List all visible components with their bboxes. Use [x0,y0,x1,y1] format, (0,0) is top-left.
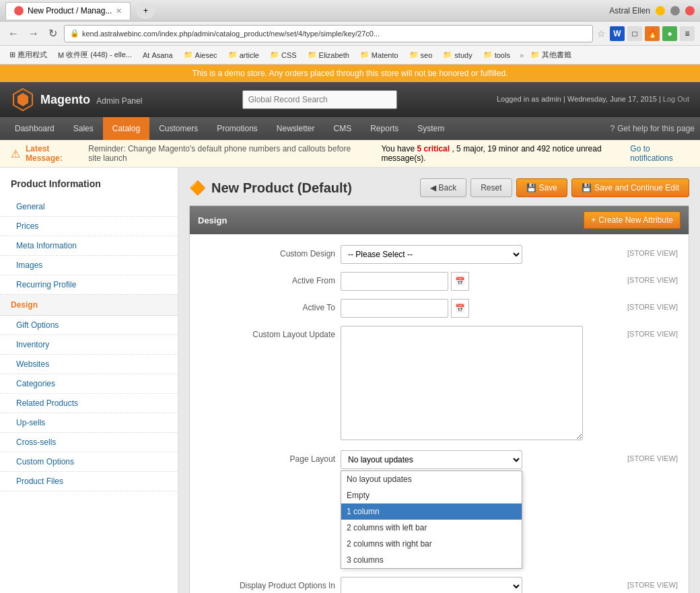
dropdown-option-3col[interactable]: 3 columns [341,552,522,568]
dropdown-option-no-layout[interactable]: No layout updates [341,471,522,487]
sidebar-item-design[interactable]: Design [0,295,178,316]
display-product-options-select[interactable] [341,577,522,593]
nav-help[interactable]: ? Get help for this page [610,124,695,133]
minimize-button[interactable] [656,6,665,15]
dropdown-option-empty[interactable]: Empty [341,487,522,503]
nav-icon-monitor[interactable]: □ [627,26,642,41]
bookmark-tools[interactable]: 📁 tools [479,49,514,61]
profile-name: Astral Ellen [609,6,650,15]
svg-marker-1 [18,93,28,106]
nav-icon-w[interactable]: W [610,26,625,41]
sidebar-item-prices[interactable]: Prices [0,217,178,236]
custom-design-select[interactable]: -- Please Select -- [341,245,522,264]
active-to-calendar-icon[interactable]: 📅 [451,299,469,318]
bookmark-aiesec[interactable]: 📁 Aiesec [180,49,221,61]
bookmark-study[interactable]: 📁 study [439,49,476,61]
sidebar-item-websites[interactable]: Websites [0,355,178,374]
product-icon: 🔶 [189,180,206,196]
nav-catalog[interactable]: Catalog [103,117,149,140]
page-layout-row: Page Layout No layout updates No layout … [201,450,678,569]
main-content: Product Information General Prices Meta … [0,168,700,593]
tab-favicon [14,6,24,15]
active-from-input[interactable] [341,272,448,291]
bookmark-css[interactable]: 📁 CSS [266,49,301,61]
title-bar-right: Astral Ellen [609,6,695,15]
bookmark-elizabeth[interactable]: 📁 Elizabeth [304,49,353,61]
dropdown-option-2col-right[interactable]: 2 columns with right bar [341,536,522,552]
notification-info: You have 5 critical , 5 major, 19 minor … [381,144,625,163]
bookmark-star-icon[interactable]: ☆ [597,28,606,39]
back-button[interactable]: ◀ Back [420,178,466,197]
save-button[interactable]: 💾 Save [516,178,567,197]
bookmark-gmail[interactable]: M 收件匣 (448) - elle... [54,48,136,61]
nav-icon-menu[interactable]: ≡ [680,26,695,41]
custom-layout-textarea[interactable] [341,326,583,440]
bookmark-matento[interactable]: 📁 Matento [356,49,403,61]
sidebar-item-product-files[interactable]: Product Files [0,472,178,491]
nav-icon-circle[interactable]: ● [662,26,677,41]
design-form-panel: Design + Create New Attribute Custom Des… [189,205,689,593]
active-from-store-view: [STORE VIEW] [627,272,678,284]
logout-link[interactable]: Log Out [663,95,689,103]
magento-logo-icon [11,88,35,112]
message-text: Reminder: Change Magento's default phone… [88,144,365,163]
custom-layout-label: Custom Layout Update [201,326,335,339]
dropdown-option-1column[interactable]: 1 column [341,503,522,520]
sidebar-item-categories[interactable]: Categories [0,374,178,394]
nav-customers[interactable]: Customers [149,117,207,140]
nav-dashboard[interactable]: Dashboard [5,117,64,140]
dropdown-option-2col-left[interactable]: 2 columns with left bar [341,520,522,536]
address-bar[interactable]: 🔒 kend.astralwebinc.com/index.php/admin/… [64,25,593,42]
form-body: Custom Design -- Please Select -- [STORE… [190,234,689,593]
sidebar-item-custom-options[interactable]: Custom Options [0,452,178,472]
bookmark-asana[interactable]: At Asana [139,50,177,61]
tab-close-icon[interactable]: ✕ [116,7,122,15]
sidebar: Product Information General Prices Meta … [0,168,178,593]
browser-nav-icons: W □ 🔥 ● ≡ [610,26,695,41]
nav-reports[interactable]: Reports [361,117,408,140]
sidebar-item-images[interactable]: Images [0,256,178,275]
bookmark-apps[interactable]: ⊞ 應用程式 [5,48,51,61]
page-title-wrap: 🔶 New Product (Default) [189,180,352,196]
display-product-options-row: Display Product Options In [STORE VIEW] [201,577,678,593]
save-continue-edit-button[interactable]: 💾 Save and Continue Edit [571,178,689,197]
sidebar-item-recurring-profile[interactable]: Recurring Profile [0,275,178,295]
page-area: 🔶 New Product (Default) ◀ Back Reset 💾 S… [178,168,700,593]
nav-newsletter[interactable]: Newsletter [267,117,324,140]
create-new-attribute-button[interactable]: + Create New Attribute [584,211,680,229]
nav-icon-fire[interactable]: 🔥 [645,26,660,41]
new-tab-button[interactable]: + [136,3,155,19]
tab-label: New Product / Manag... [28,6,112,15]
sidebar-item-cross-sells[interactable]: Cross-sells [0,433,178,452]
nav-cms[interactable]: CMS [324,117,361,140]
active-to-input[interactable] [341,299,448,318]
notification-link[interactable]: Go to notifications [630,144,689,163]
active-from-calendar-icon[interactable]: 📅 [451,272,469,291]
sidebar-item-related-products[interactable]: Related Products [0,394,178,413]
sidebar-item-gift-options[interactable]: Gift Options [0,316,178,335]
display-product-options-field [341,577,617,593]
sidebar-item-up-sells[interactable]: Up-sells [0,413,178,433]
nav-sales[interactable]: Sales [64,117,103,140]
forward-nav-button[interactable]: → [26,26,42,41]
sidebar-item-general[interactable]: General [0,197,178,217]
more-bookmarks-icon[interactable]: » [520,51,524,59]
restore-button[interactable] [670,6,680,15]
bookmark-article[interactable]: 📁 article [224,49,263,61]
sidebar-item-inventory[interactable]: Inventory [0,335,178,355]
page-layout-select[interactable]: No layout updates [341,450,522,469]
nav-system[interactable]: System [408,117,454,140]
sidebar-item-meta-information[interactable]: Meta Information [0,236,178,256]
back-nav-button[interactable]: ← [5,26,22,41]
browser-tab[interactable]: New Product / Manag... ✕ [5,2,131,20]
nav-promotions[interactable]: Promotions [207,117,267,140]
save-edit-icon: 💾 [582,183,592,193]
page-layout-field: No layout updates No layout updates Empt… [341,450,617,569]
bookmark-seo[interactable]: 📁 seo [405,49,437,61]
refresh-nav-button[interactable]: ↻ [46,26,60,41]
bookmark-other[interactable]: 📁 其他書籤 [526,48,575,61]
global-search-input[interactable] [242,90,397,109]
plus-icon: + [591,215,596,225]
close-button[interactable] [685,6,695,15]
reset-button[interactable]: Reset [470,178,512,197]
